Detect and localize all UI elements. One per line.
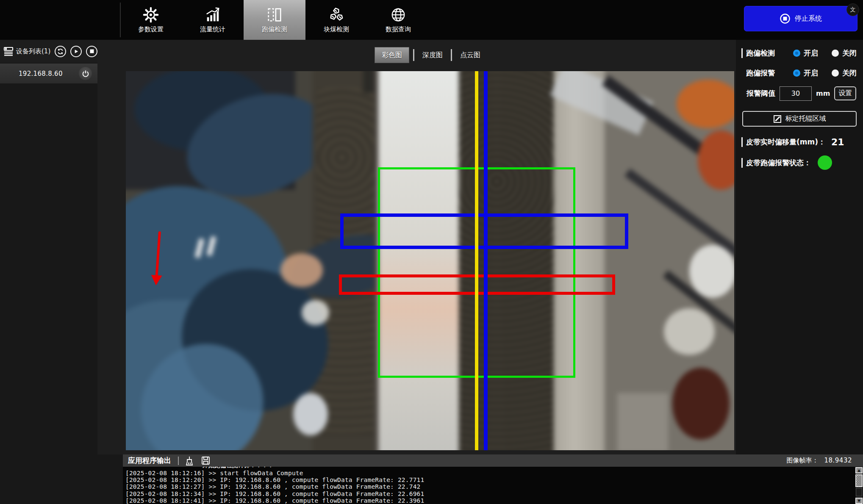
label-bar <box>741 158 743 168</box>
device-row[interactable]: 192.168.8.60 <box>0 64 97 83</box>
tab-separator <box>451 49 452 61</box>
deviation-detect-label: 跑偏检测 <box>746 48 775 58</box>
belt-offset-label: 皮带实时偏移量(mm)： <box>746 137 825 147</box>
deviation-alarm-off-radio[interactable] <box>832 69 839 77</box>
off-label[interactable]: 关闭 <box>842 48 857 58</box>
belt-offset-value: 21 <box>831 137 844 147</box>
stop-system-button[interactable]: 停止系统 <box>744 6 857 31</box>
alarm-threshold-label: 报警阈值 <box>746 89 775 98</box>
belt-alarm-status-row: 皮带跑偏报警状态： <box>741 155 832 170</box>
tab-pointcloud-image[interactable]: 点云图 <box>456 51 485 60</box>
log-line: [2025-02-08 18:12:34] >> IP: 192.168.8.6… <box>123 490 855 497</box>
toolbar-item-label: 跑偏检测 <box>262 25 287 33</box>
toolbar-item-coal-detect[interactable]: 块煤检测 <box>305 0 367 40</box>
deviation-alarm-row: 跑偏报警 <box>741 66 775 80</box>
label-bar <box>741 68 743 78</box>
label-bar <box>741 137 743 147</box>
framerate-label: 图像帧率： <box>786 457 818 465</box>
coal-blocks-icon <box>328 6 345 23</box>
stop-system-label: 停止系统 <box>795 14 822 23</box>
gear-icon <box>142 6 159 23</box>
toolbar-item-label: 数据查询 <box>386 25 411 33</box>
scroll-up-button[interactable]: ▲ <box>855 467 863 474</box>
app-window: 参数设置 流量统计 跑偏检测 块煤检测 数据查询 <box>0 0 863 504</box>
device-sidebar: 设备列表(1) 192.168.8.60 <box>0 40 97 504</box>
off-label[interactable]: 关闭 <box>842 68 857 78</box>
toolbar-item-param-settings[interactable]: 参数设置 <box>120 0 182 40</box>
tab-depth-image[interactable]: 深度图 <box>418 51 447 60</box>
stop-button[interactable] <box>86 46 97 57</box>
toolbar-item-label: 块煤检测 <box>324 25 349 33</box>
framerate-value: 18.9432 <box>824 457 852 464</box>
framerate-status: 图像帧率： 18.9432 <box>786 457 852 465</box>
deviation-detect-row: 跑偏检测 <box>741 46 775 60</box>
toolbar-item-deviation-detect[interactable]: 跑偏检测 <box>244 0 305 40</box>
scrollbar-track[interactable] <box>856 488 862 496</box>
globe-icon <box>390 6 407 23</box>
on-label[interactable]: 开启 <box>804 68 818 78</box>
scroll-down-button[interactable]: ▼ <box>855 498 863 504</box>
label-bar <box>741 48 743 58</box>
view-tabs: 彩色图 深度图 点云图 <box>375 47 485 63</box>
on-label[interactable]: 开启 <box>804 48 818 58</box>
threshold-unit-label: mm <box>816 89 830 97</box>
deviation-detect-on-radio[interactable] <box>793 50 800 57</box>
bar-chart-icon <box>204 6 221 23</box>
tab-separator <box>413 49 414 61</box>
log-line: [2025-02-08 18:12:16] >> start flowData … <box>123 470 855 476</box>
set-threshold-button[interactable]: 设置 <box>834 86 856 100</box>
calibrate-button-label: 标定托辊区域 <box>785 114 826 123</box>
deviation-detect-icon <box>266 6 283 23</box>
reference-line-yellow <box>475 71 478 450</box>
belt-center-line-blue <box>484 71 488 450</box>
log-line: [2025-02-08 18:12:41] >> IP: 192.168.8.6… <box>123 497 855 504</box>
log-scrollbar: ▲ ▼ <box>855 467 863 504</box>
stop-circle-icon <box>780 13 791 24</box>
app-output-label: 应用程序输出 <box>128 456 171 465</box>
camera-view <box>126 71 734 450</box>
device-list-title: 设备列表(1) <box>16 47 50 55</box>
log-line: [2025-02-08 18:12:27] >> IP: 192.168.8.6… <box>123 483 855 490</box>
edit-region-icon <box>773 115 782 123</box>
deviation-detect-radios: 开启 关闭 <box>793 46 857 60</box>
device-ip: 192.168.8.60 <box>19 70 63 78</box>
toolbar-item-label: 参数设置 <box>138 25 164 33</box>
deviation-alarm-label: 跑偏报警 <box>746 68 775 78</box>
output-status-bar: 应用程序输出 图像帧率： 18.9432 <box>123 454 863 467</box>
deviation-alarm-on-radio[interactable] <box>793 69 800 77</box>
right-panel-background <box>736 40 863 454</box>
tab-color-image[interactable]: 彩色图 <box>375 47 409 63</box>
toolbar-item-data-query[interactable]: 数据查询 <box>367 0 429 40</box>
translate-icon[interactable]: 文 <box>846 3 859 16</box>
power-icon[interactable] <box>79 67 92 80</box>
alarm-threshold-row: 报警阈值 mm 设置 <box>746 86 856 101</box>
deviation-alarm-radios: 开启 关闭 <box>793 66 857 80</box>
toolbar-item-flow-stats[interactable]: 流量统计 <box>182 0 244 40</box>
alarm-status-indicator <box>818 155 832 170</box>
device-list-icon <box>3 47 14 56</box>
calibrate-roller-region-button[interactable]: 标定托辊区域 <box>742 111 857 127</box>
log-line: [2025-02-08 18:12:20] >> IP: 192.168.8.6… <box>123 476 855 483</box>
log-output: 开始跑偏检测计算！！！！ [2025-02-08 18:12:16] >> st… <box>123 467 855 504</box>
play-button[interactable] <box>70 46 82 57</box>
toolbar-item-label: 流量统计 <box>200 25 225 33</box>
separator <box>178 457 179 465</box>
belt-alarm-status-label: 皮带跑偏报警状态： <box>746 158 811 168</box>
top-toolbar: 参数设置 流量统计 跑偏检测 块煤检测 数据查询 <box>0 0 863 40</box>
refresh-devices-button[interactable] <box>55 46 66 57</box>
scrollbar-thumb[interactable] <box>855 474 863 487</box>
clear-log-icon[interactable] <box>184 456 195 466</box>
save-log-icon[interactable] <box>200 456 211 466</box>
deviation-detect-off-radio[interactable] <box>832 50 839 57</box>
belt-offset-row: 皮带实时偏移量(mm)： 21 <box>741 135 844 149</box>
log-partial-line: 开始跑偏检测计算！！！！ <box>123 467 855 470</box>
alarm-threshold-input[interactable] <box>780 86 812 101</box>
